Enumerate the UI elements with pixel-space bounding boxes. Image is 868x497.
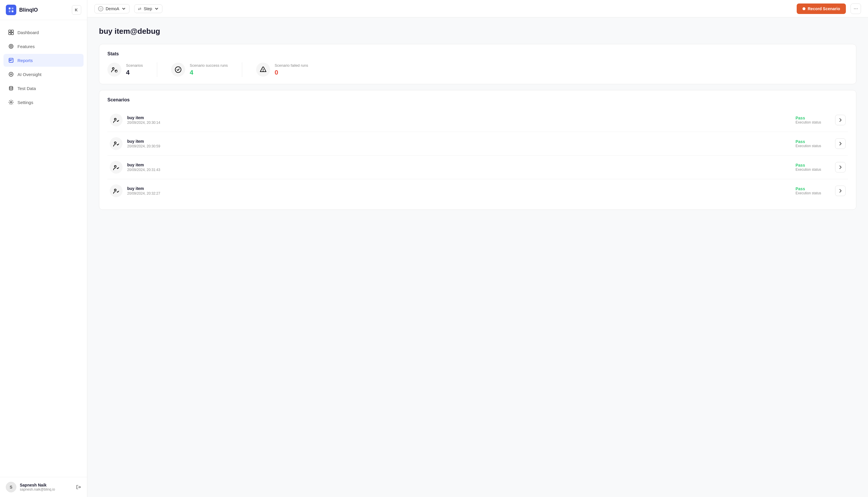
scenario-item: buy item 20/09/2024, 20:30:59 Pass Execu… bbox=[107, 132, 848, 156]
svg-rect-2 bbox=[9, 11, 11, 12]
scenario-item: buy item 20/09/2024, 20:32:27 Pass Execu… bbox=[107, 179, 848, 202]
scenario-status-2: Pass Execution status bbox=[795, 163, 830, 172]
failed-stat-info: Scenario failed runs 0 bbox=[275, 63, 308, 76]
more-icon: ··· bbox=[853, 5, 858, 12]
scenario-info-1: buy item 20/09/2024, 20:30:59 bbox=[127, 139, 791, 148]
stats-card: Stats Scenarios 4 bbox=[99, 44, 856, 84]
scenarios-icon bbox=[111, 66, 118, 73]
user-email: sapnesh.naik@blinq.io bbox=[20, 487, 55, 492]
more-options-button[interactable]: ··· bbox=[851, 3, 861, 14]
page-content: buy item@debug Stats Scenar bbox=[87, 17, 868, 497]
stats-row: Scenarios 4 Scenario success runs bbox=[107, 62, 848, 77]
scenario-name: buy item bbox=[127, 162, 791, 167]
arrow-right-icon bbox=[838, 141, 843, 146]
record-button-label: Record Scenario bbox=[808, 6, 840, 11]
scenario-navigate-button[interactable] bbox=[835, 186, 845, 196]
scenario-name: buy item bbox=[127, 186, 791, 191]
sidebar-item-features[interactable]: Features bbox=[3, 40, 84, 53]
logout-button[interactable] bbox=[76, 484, 81, 490]
topbar: ◎ DemoA ⇄ Step Record Scenario ··· bbox=[87, 0, 868, 17]
scenarios-value: 4 bbox=[126, 69, 143, 76]
failed-icon-wrap bbox=[256, 62, 270, 76]
svg-point-14 bbox=[10, 60, 10, 60]
svg-point-26 bbox=[114, 142, 116, 144]
sidebar-item-features-label: Features bbox=[17, 44, 35, 49]
scenario-navigate-button[interactable] bbox=[835, 115, 845, 125]
scenario-time: 20/09/2024, 20:32:27 bbox=[127, 191, 791, 196]
scenario-status-0: Pass Execution status bbox=[795, 116, 830, 124]
ai-oversight-icon bbox=[8, 71, 14, 77]
svg-point-25 bbox=[114, 118, 116, 120]
scenarios-stat-info: Scenarios 4 bbox=[126, 63, 143, 76]
scenario-info-3: buy item 20/09/2024, 20:32:27 bbox=[127, 186, 791, 196]
reports-icon bbox=[8, 57, 14, 63]
sidebar-item-settings[interactable]: Settings bbox=[3, 96, 84, 109]
success-label: Scenario success runs bbox=[190, 63, 228, 68]
success-value: 4 bbox=[190, 69, 228, 76]
scenario-info-2: buy item 20/09/2024, 20:31:43 bbox=[127, 162, 791, 172]
svg-point-27 bbox=[114, 166, 116, 167]
scenarios-card: Scenarios buy item 20/09/2024, 20:30:14 … bbox=[99, 90, 856, 210]
sidebar-item-ai-oversight[interactable]: AI Oversight bbox=[3, 68, 84, 81]
status-label: Execution status bbox=[795, 191, 830, 195]
step-selector[interactable]: ⇄ Step bbox=[134, 4, 162, 13]
scenarios-section-title: Scenarios bbox=[107, 97, 848, 102]
sidebar-item-test-data-label: Test Data bbox=[17, 86, 36, 91]
stat-failed: Scenario failed runs 0 bbox=[256, 62, 308, 76]
arrow-right-icon bbox=[838, 188, 843, 193]
sidebar-nav: Dashboard Features bbox=[0, 20, 87, 477]
collapse-button[interactable] bbox=[72, 5, 81, 15]
step-icon: ⇄ bbox=[138, 6, 142, 11]
status-label: Execution status bbox=[795, 168, 830, 172]
record-dot-icon bbox=[803, 7, 806, 10]
svg-rect-7 bbox=[9, 33, 11, 35]
logo-icon bbox=[6, 5, 16, 15]
sidebar-item-reports-label: Reports bbox=[17, 58, 33, 63]
status-label: Execution status bbox=[795, 120, 830, 124]
scenarios-list: buy item 20/09/2024, 20:30:14 Pass Execu… bbox=[107, 108, 848, 202]
sidebar-item-settings-label: Settings bbox=[17, 100, 33, 105]
status-label: Execution status bbox=[795, 144, 830, 148]
scenario-item: buy item 20/09/2024, 20:30:14 Pass Execu… bbox=[107, 108, 848, 132]
scenario-time: 20/09/2024, 20:31:43 bbox=[127, 168, 791, 172]
svg-point-16 bbox=[9, 72, 13, 76]
scenario-info-0: buy item 20/09/2024, 20:30:14 bbox=[127, 115, 791, 125]
svg-point-28 bbox=[114, 189, 116, 191]
scenario-navigate-button[interactable] bbox=[835, 162, 845, 172]
svg-rect-0 bbox=[9, 8, 11, 9]
scenario-name: buy item bbox=[127, 115, 791, 120]
user-details: Sapnesh Naik sapnesh.naik@blinq.io bbox=[20, 483, 55, 492]
features-icon bbox=[8, 43, 14, 49]
stats-section-title: Stats bbox=[107, 51, 848, 57]
sidebar-item-test-data[interactable]: Test Data bbox=[3, 82, 84, 95]
stat-scenarios: Scenarios 4 bbox=[107, 62, 143, 76]
sidebar-item-reports[interactable]: Reports bbox=[3, 54, 84, 67]
scenario-run-icon bbox=[113, 117, 119, 123]
scenario-run-icon bbox=[113, 188, 119, 194]
status-pass: Pass bbox=[795, 186, 830, 191]
env-selector[interactable]: ◎ DemoA bbox=[94, 4, 130, 13]
scenario-icon bbox=[110, 161, 122, 174]
status-pass: Pass bbox=[795, 163, 830, 168]
scenarios-icon-wrap bbox=[107, 62, 121, 76]
scenario-status-3: Pass Execution status bbox=[795, 186, 830, 195]
sidebar-header: BlinqIO bbox=[0, 0, 87, 20]
sidebar-item-dashboard-label: Dashboard bbox=[17, 30, 39, 35]
dashboard-icon bbox=[8, 29, 14, 35]
svg-rect-1 bbox=[12, 8, 13, 9]
scenario-name: buy item bbox=[127, 139, 791, 144]
record-scenario-button[interactable]: Record Scenario bbox=[797, 3, 846, 14]
arrow-right-icon bbox=[838, 165, 843, 170]
sidebar-item-dashboard[interactable]: Dashboard bbox=[3, 26, 84, 39]
scenario-time: 20/09/2024, 20:30:14 bbox=[127, 120, 791, 125]
svg-rect-8 bbox=[11, 33, 13, 35]
failed-label: Scenario failed runs bbox=[275, 63, 308, 68]
page-title: buy item@debug bbox=[99, 27, 856, 36]
status-pass: Pass bbox=[795, 116, 830, 120]
step-label: Step bbox=[144, 6, 152, 11]
svg-rect-6 bbox=[11, 30, 13, 32]
svg-point-10 bbox=[10, 45, 12, 47]
svg-point-22 bbox=[175, 67, 181, 73]
scenario-navigate-button[interactable] bbox=[835, 138, 845, 149]
scenario-icon bbox=[110, 184, 122, 197]
